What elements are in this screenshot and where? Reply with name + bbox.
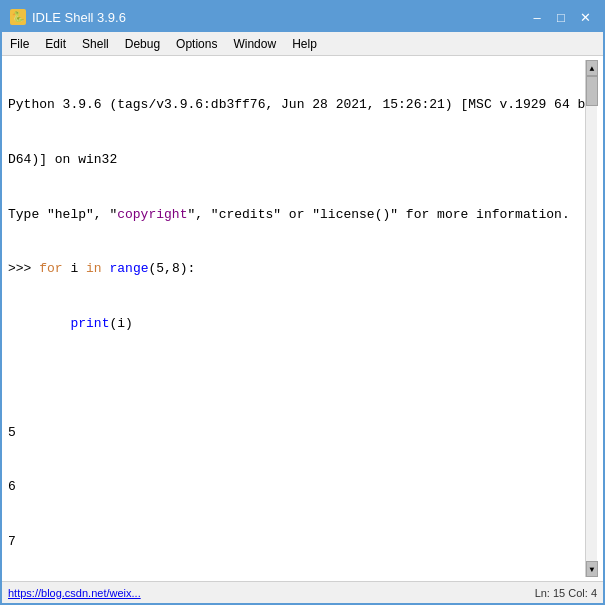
menu-file[interactable]: File — [2, 32, 37, 55]
maximize-button[interactable]: □ — [551, 8, 571, 26]
status-bar: https://blog.csdn.net/weix... Ln: 15 Col… — [2, 581, 603, 603]
close-button[interactable]: ✕ — [575, 8, 595, 26]
shell-output: Python 3.9.6 (tags/v3.9.6:db3ff76, Jun 2… — [8, 60, 585, 577]
menu-options[interactable]: Options — [168, 32, 225, 55]
output1-7: 7 — [8, 533, 585, 551]
shell-content[interactable]: Python 3.9.6 (tags/v3.9.6:db3ff76, Jun 2… — [2, 56, 603, 581]
status-url: https://blog.csdn.net/weix... — [8, 587, 141, 599]
app-icon: 🐍 — [10, 9, 26, 25]
output1-6: 6 — [8, 478, 585, 496]
status-position: Ln: 15 Col: 4 — [535, 587, 597, 599]
scroll-track — [586, 76, 597, 561]
title-bar-left: 🐍 IDLE Shell 3.9.6 — [10, 9, 126, 25]
scroll-down-button[interactable]: ▼ — [586, 561, 598, 577]
title-bar: 🐍 IDLE Shell 3.9.6 – □ ✕ — [2, 2, 603, 32]
intro-line2: D64)] on win32 — [8, 151, 585, 169]
menu-help[interactable]: Help — [284, 32, 325, 55]
scroll-up-button[interactable]: ▲ — [586, 60, 598, 76]
prompt-line1: >>> for i in range(5,8): — [8, 260, 585, 278]
output1-5: 5 — [8, 424, 585, 442]
menu-shell[interactable]: Shell — [74, 32, 117, 55]
scrollbar-vertical[interactable]: ▲ ▼ — [585, 60, 597, 577]
blank1 — [8, 369, 585, 387]
intro-line3: Type "help", "copyright", "credits" or "… — [8, 206, 585, 224]
menu-debug[interactable]: Debug — [117, 32, 168, 55]
idle-shell-window: 🐍 IDLE Shell 3.9.6 – □ ✕ File Edit Shell… — [0, 0, 605, 605]
intro-line1: Python 3.9.6 (tags/v3.9.6:db3ff76, Jun 2… — [8, 96, 585, 114]
menu-edit[interactable]: Edit — [37, 32, 74, 55]
window-controls: – □ ✕ — [527, 8, 595, 26]
scroll-thumb[interactable] — [586, 76, 598, 106]
indent-line1: print(i) — [8, 315, 585, 333]
minimize-button[interactable]: – — [527, 8, 547, 26]
menu-window[interactable]: Window — [225, 32, 284, 55]
menu-bar: File Edit Shell Debug Options Window Hel… — [2, 32, 603, 56]
window-title: IDLE Shell 3.9.6 — [32, 10, 126, 25]
